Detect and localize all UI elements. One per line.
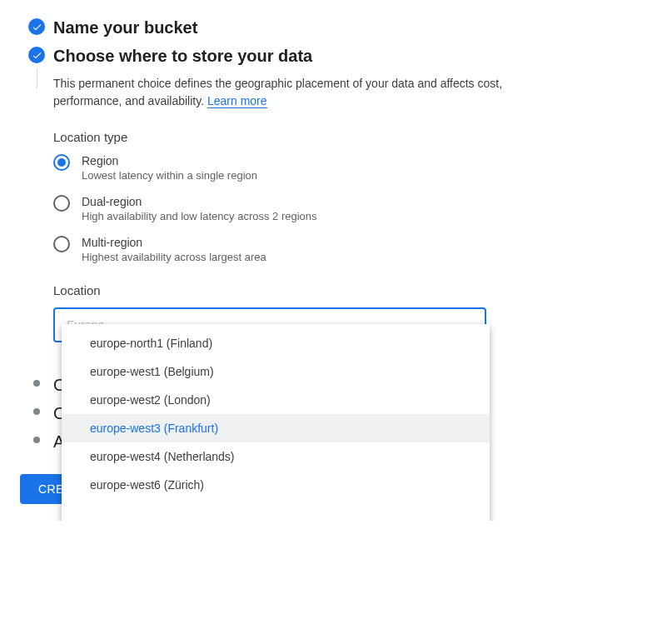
dropdown-group-header: Asia Pacific [62, 514, 490, 521]
dropdown-item[interactable]: europe-west2 (London) [62, 386, 490, 414]
radio-label: Region [82, 154, 257, 167]
step-name-bucket[interactable]: Name your bucket [20, 17, 652, 45]
location-dropdown: europe-north1 (Finland)europe-west1 (Bel… [62, 324, 490, 521]
dropdown-item[interactable]: europe-west4 (Netherlands) [62, 442, 490, 471]
radio-region[interactable]: Region Lowest latency within a single re… [53, 154, 652, 182]
radio-icon [53, 195, 70, 212]
check-icon [28, 18, 45, 35]
dropdown-scroll[interactable]: europe-north1 (Finland)europe-west1 (Bel… [62, 324, 490, 521]
radio-sublabel: High availability and low latency across… [82, 210, 317, 222]
radio-dual-region[interactable]: Dual-region High availability and low la… [53, 195, 652, 222]
radio-sublabel: Highest availability across largest area [82, 251, 266, 263]
radio-multi-region[interactable]: Multi-region Highest availability across… [53, 236, 652, 263]
dropdown-item[interactable]: europe-north1 (Finland) [62, 329, 490, 357]
step-title: Name your bucket [53, 17, 652, 38]
step-connector [37, 68, 37, 88]
bullet-icon [33, 380, 40, 387]
step-description: This permanent choice defines the geogra… [53, 75, 520, 110]
learn-more-link[interactable]: Learn more [207, 94, 267, 108]
radio-label: Dual-region [82, 195, 317, 208]
bullet-icon [33, 408, 40, 415]
dropdown-item[interactable]: europe-west6 (Zürich) [62, 471, 490, 499]
location-type-label: Location type [53, 130, 652, 144]
radio-label: Multi-region [82, 236, 266, 249]
radio-icon [53, 236, 70, 252]
step-title: Choose where to store your data [53, 45, 652, 67]
check-icon [28, 47, 45, 63]
radio-icon [53, 154, 70, 171]
dropdown-item[interactable]: europe-west3 (Frankfurt) [62, 414, 490, 442]
dropdown-item[interactable]: europe-west1 (Belgium) [62, 357, 490, 386]
location-label: Location [53, 283, 652, 297]
radio-sublabel: Lowest latency within a single region [82, 169, 257, 182]
bullet-icon [33, 437, 40, 443]
